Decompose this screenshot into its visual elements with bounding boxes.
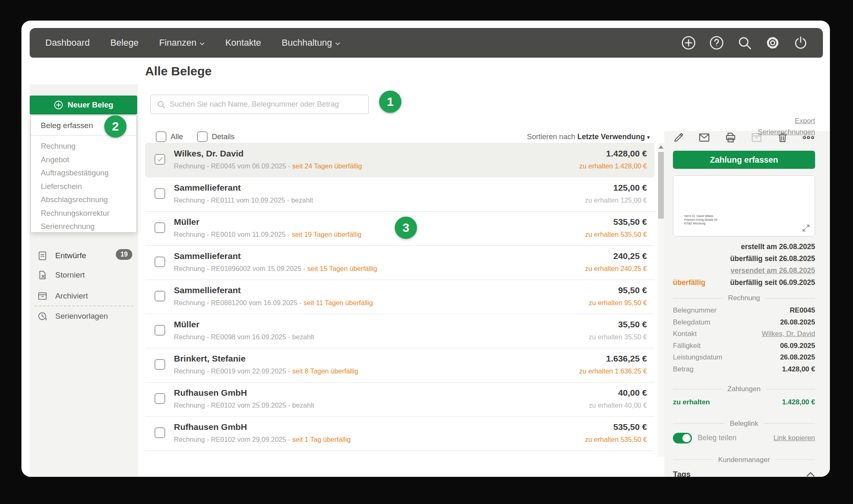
section-zahlungen: Zahlungen (673, 385, 815, 393)
overdue-badge: überfällig (673, 278, 705, 290)
nav-item-buchhaltung[interactable]: Buchhaltung (282, 37, 340, 48)
invoice-fields: BelegnummerRE0045 Belegdatum26.08.2025 K… (673, 305, 815, 375)
invoice-row[interactable]: Brinkert, Stefanie Rechnung - RE0019 vom… (145, 348, 654, 383)
field-label: Leistungsdatum (673, 353, 722, 362)
nav-item-finanzen[interactable]: Finanzen (159, 37, 205, 48)
sidebar-item-serienvorlagen[interactable]: Serienvorlagen (30, 309, 138, 324)
sidebar-item-storniert[interactable]: Storniert (30, 268, 138, 282)
link-kopieren-link[interactable]: Link kopieren (773, 434, 815, 442)
menu-item-serienrechnung[interactable]: Serienrechnung (41, 220, 136, 233)
status-badge: bezahlt (291, 196, 313, 204)
created-date: erstellt am 26.08.2025 (673, 243, 815, 254)
row-checkbox-checked[interactable] (155, 154, 165, 165)
row-checkbox[interactable] (155, 222, 165, 233)
sort-dropdown[interactable]: Sortieren nach Letzte Verwendung ▾ (527, 133, 654, 141)
tags-label: Tags (673, 470, 691, 477)
sidebar-item-entwuerfe[interactable]: Entwürfe 19 (30, 248, 138, 263)
annotation-badge-1: 1 (379, 91, 401, 113)
help-icon[interactable] (709, 35, 724, 50)
row-checkbox[interactable] (155, 393, 165, 404)
status-badge: seit 24 Tagen überfällig (292, 162, 362, 170)
annotation-badge-2: 2 (104, 115, 127, 138)
row-checkbox[interactable] (155, 359, 165, 370)
invoice-row[interactable]: Sammellieferant Rechnung - RE0111 vom 10… (145, 177, 654, 212)
nav-item-belege[interactable]: Belege (110, 37, 139, 48)
zu-erhalten-row: zu erhalten 1.428,00 € (673, 397, 815, 408)
nav-icon-bar (681, 35, 808, 50)
annotation-badge-3: 3 (395, 217, 417, 239)
printer-icon[interactable] (724, 131, 737, 144)
sent-date-link[interactable]: versendet am 26.08.2025 (731, 266, 815, 275)
status-badge: seit 11 Tagen überfällig (304, 299, 373, 306)
select-all-checkbox[interactable] (156, 131, 166, 142)
detail-panel: Zahlung erfassen Herrn Dr. David Wilkes … (664, 131, 830, 477)
page-title: Alle Belege (145, 64, 212, 78)
field-value: RE0045 (790, 306, 815, 315)
email-envelope-icon[interactable] (698, 131, 710, 144)
toggle-knob (682, 434, 691, 442)
plus-circle-icon[interactable] (681, 35, 696, 50)
row-checkbox[interactable] (155, 427, 165, 438)
search-icon[interactable] (737, 35, 752, 50)
nav-item-dashboard[interactable]: Dashboard (45, 37, 90, 48)
invoice-row[interactable]: Sammellieferant Rechnung - RE0881200 vom… (145, 280, 654, 314)
menu-item-abschlagsrechnung[interactable]: Abschlagsrechnung (41, 193, 136, 207)
expand-icon[interactable] (801, 224, 811, 233)
status-badge: seit 19 Tagen überfällig (292, 231, 361, 238)
sidebar-divider (35, 306, 134, 306)
share-row: Beleg teilen Link kopieren (673, 433, 815, 443)
export-link[interactable]: Export (758, 115, 815, 126)
chevron-up-icon[interactable] (806, 471, 815, 477)
details-checkbox[interactable] (197, 131, 208, 142)
menu-item-rechnung[interactable]: Rechnung (41, 140, 136, 153)
scrollbar-up-arrow[interactable] (658, 145, 663, 149)
zahlung-erfassen-button[interactable]: Zahlung erfassen (673, 151, 815, 169)
kontakt-link[interactable]: Wilkes, Dr. David (762, 330, 815, 338)
field-label: Belegdatum (673, 318, 710, 327)
invoice-row[interactable]: Müller Rechnung - RE0098 vom 16.09.2025 … (145, 314, 654, 348)
nav-item-kontakte[interactable]: Kontakte (225, 37, 261, 48)
search-box (150, 95, 369, 114)
sidebar-item-archiviert[interactable]: Archiviert (30, 289, 138, 303)
row-checkbox[interactable] (155, 188, 165, 199)
invoice-row[interactable]: Rufhausen GmbH Rechnung - RE0102 vom 29.… (145, 417, 654, 451)
field-value: 26.08.2025 (780, 318, 815, 327)
beleg-teilen-toggle[interactable] (673, 433, 692, 443)
search-input[interactable] (170, 100, 363, 109)
menu-item-rechnungskorrektur[interactable]: Rechnungskorrektur (41, 207, 136, 220)
list-toolbar: Alle Details Sortieren nach Letzte Verwe… (145, 130, 654, 143)
gear-icon[interactable] (765, 35, 780, 50)
row-checkbox[interactable] (155, 291, 165, 301)
plus-circle-icon (54, 100, 63, 110)
menu-item-auftragsbestaetigung[interactable]: Auftragsbestätigung (41, 166, 136, 180)
invoice-row[interactable]: Rufhausen GmbH Rechnung - RE0102 vom 25.… (145, 383, 654, 417)
document-preview[interactable]: Herrn Dr. David Wilkes Friedrich-König-S… (673, 175, 815, 236)
row-checkbox[interactable] (155, 257, 165, 267)
list-scrollbar[interactable] (658, 143, 664, 457)
new-beleg-button[interactable]: Neuer Beleg (30, 96, 137, 114)
field-value: 1.428,00 € (782, 365, 815, 373)
preview-address: Herrn Dr. David Wilkes Friedrich-König-S… (684, 214, 717, 225)
status-badge: bezahlt (292, 333, 314, 341)
status-badge: seit 8 Tagen überfällig (292, 367, 358, 375)
power-icon[interactable] (793, 35, 808, 50)
invoice-row[interactable]: Wilkes, Dr. David Rechnung - RE0045 vom … (145, 143, 654, 177)
search-icon (157, 100, 166, 109)
serienrechnungen-link[interactable]: Serienrechnungen (758, 126, 815, 138)
archive-box-icon (37, 291, 48, 301)
invoice-row[interactable]: Sammellieferant Rechnung - RE01896002 vo… (145, 246, 654, 280)
menu-item-lieferschein[interactable]: Lieferschein (41, 180, 136, 194)
tags-row: Tags (673, 470, 815, 477)
field-label: Belegnummer (673, 306, 717, 315)
row-checkbox[interactable] (155, 325, 165, 336)
scrollbar-thumb[interactable] (658, 152, 664, 219)
edit-pencil-icon[interactable] (673, 132, 684, 143)
field-value: 26.08.2025 (780, 353, 815, 362)
overdue-since: überfällig seit 26.08.2025 (673, 254, 815, 266)
cancelled-document-icon (37, 270, 48, 280)
overdue-since-2: überfällig seit 06.09.2025 (730, 278, 815, 290)
menu-item-angebot[interactable]: Angebot (41, 153, 136, 167)
section-kundenmanager: Kundenmanager (673, 456, 815, 464)
status-badge: seit 15 Tagen überfällig (307, 265, 377, 272)
draft-document-icon (37, 250, 48, 261)
